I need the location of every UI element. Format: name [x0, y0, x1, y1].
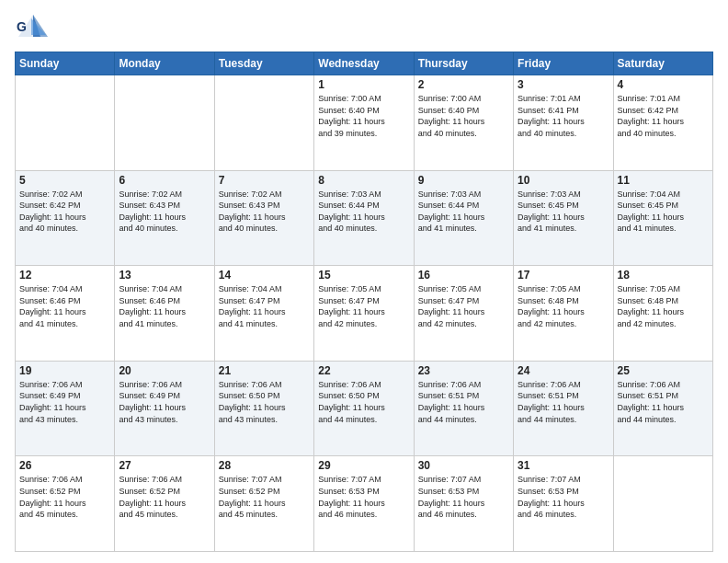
calendar-cell: 1Sunrise: 7:00 AM Sunset: 6:40 PM Daylig…: [314, 75, 414, 171]
calendar-week-2: 5Sunrise: 7:02 AM Sunset: 6:42 PM Daylig…: [16, 170, 713, 266]
calendar-cell: [16, 75, 115, 171]
calendar-cell: 18Sunrise: 7:05 AM Sunset: 6:48 PM Dayli…: [613, 266, 712, 362]
day-info: Sunrise: 7:03 AM Sunset: 6:45 PM Dayligh…: [518, 189, 609, 235]
calendar-cell: 17Sunrise: 7:05 AM Sunset: 6:48 PM Dayli…: [514, 266, 613, 362]
day-number: 26: [19, 459, 110, 472]
day-info: Sunrise: 7:04 AM Sunset: 6:47 PM Dayligh…: [219, 283, 310, 329]
day-number: 19: [19, 364, 110, 377]
day-info: Sunrise: 7:07 AM Sunset: 6:53 PM Dayligh…: [518, 474, 609, 520]
day-number: 29: [318, 459, 409, 472]
day-info: Sunrise: 7:06 AM Sunset: 6:51 PM Dayligh…: [418, 379, 509, 425]
day-number: 21: [219, 364, 310, 377]
calendar-cell: 22Sunrise: 7:06 AM Sunset: 6:50 PM Dayli…: [314, 361, 414, 456]
day-header-thursday: Thursday: [414, 52, 513, 75]
day-info: Sunrise: 7:07 AM Sunset: 6:53 PM Dayligh…: [418, 474, 509, 520]
calendar-cell: 12Sunrise: 7:04 AM Sunset: 6:46 PM Dayli…: [16, 266, 115, 362]
day-info: Sunrise: 7:01 AM Sunset: 6:41 PM Dayligh…: [518, 93, 609, 139]
calendar-cell: 20Sunrise: 7:06 AM Sunset: 6:49 PM Dayli…: [115, 361, 214, 456]
calendar-cell: 31Sunrise: 7:07 AM Sunset: 6:53 PM Dayli…: [514, 456, 613, 552]
calendar-cell: 15Sunrise: 7:05 AM Sunset: 6:47 PM Dayli…: [314, 266, 414, 362]
day-number: 14: [219, 269, 310, 282]
calendar-cell: 8Sunrise: 7:03 AM Sunset: 6:44 PM Daylig…: [314, 170, 414, 266]
day-info: Sunrise: 7:03 AM Sunset: 6:44 PM Dayligh…: [418, 189, 509, 235]
day-number: 16: [418, 269, 509, 282]
calendar-cell: 16Sunrise: 7:05 AM Sunset: 6:47 PM Dayli…: [414, 266, 513, 362]
calendar-week-1: 1Sunrise: 7:00 AM Sunset: 6:40 PM Daylig…: [16, 75, 713, 171]
day-number: 24: [518, 364, 609, 377]
day-number: 4: [618, 78, 709, 91]
logo-icon: G: [15, 11, 51, 44]
day-number: 15: [318, 269, 409, 282]
day-number: 31: [518, 459, 609, 472]
day-number: 20: [119, 364, 210, 377]
day-info: Sunrise: 7:02 AM Sunset: 6:43 PM Dayligh…: [119, 189, 210, 235]
day-info: Sunrise: 7:00 AM Sunset: 6:40 PM Dayligh…: [318, 93, 409, 139]
calendar-cell: 5Sunrise: 7:02 AM Sunset: 6:42 PM Daylig…: [16, 170, 115, 266]
day-number: 11: [618, 174, 709, 187]
day-header-friday: Friday: [514, 52, 613, 75]
day-info: Sunrise: 7:02 AM Sunset: 6:42 PM Dayligh…: [19, 189, 110, 235]
day-header-wednesday: Wednesday: [314, 52, 414, 75]
day-info: Sunrise: 7:06 AM Sunset: 6:52 PM Dayligh…: [19, 474, 110, 520]
day-info: Sunrise: 7:06 AM Sunset: 6:50 PM Dayligh…: [318, 379, 409, 425]
day-number: 2: [418, 78, 509, 91]
day-number: 18: [618, 269, 709, 282]
day-header-saturday: Saturday: [613, 52, 712, 75]
calendar-table: SundayMondayTuesdayWednesdayThursdayFrid…: [15, 52, 713, 552]
calendar-cell: 24Sunrise: 7:06 AM Sunset: 6:51 PM Dayli…: [514, 361, 613, 456]
day-number: 3: [518, 78, 609, 91]
day-number: 23: [418, 364, 509, 377]
calendar-cell: 25Sunrise: 7:06 AM Sunset: 6:51 PM Dayli…: [613, 361, 712, 456]
calendar-cell: 14Sunrise: 7:04 AM Sunset: 6:47 PM Dayli…: [214, 266, 313, 362]
day-info: Sunrise: 7:02 AM Sunset: 6:43 PM Dayligh…: [219, 189, 310, 235]
calendar-week-4: 19Sunrise: 7:06 AM Sunset: 6:49 PM Dayli…: [16, 361, 713, 456]
day-info: Sunrise: 7:05 AM Sunset: 6:47 PM Dayligh…: [418, 283, 509, 329]
calendar-cell: 13Sunrise: 7:04 AM Sunset: 6:46 PM Dayli…: [115, 266, 214, 362]
calendar-cell: 10Sunrise: 7:03 AM Sunset: 6:45 PM Dayli…: [514, 170, 613, 266]
day-number: 22: [318, 364, 409, 377]
calendar-cell: [115, 75, 214, 171]
day-number: 5: [19, 174, 110, 187]
calendar-week-5: 26Sunrise: 7:06 AM Sunset: 6:52 PM Dayli…: [16, 456, 713, 552]
day-info: Sunrise: 7:00 AM Sunset: 6:40 PM Dayligh…: [418, 93, 509, 139]
day-number: 10: [518, 174, 609, 187]
logo: G: [15, 11, 55, 44]
day-info: Sunrise: 7:03 AM Sunset: 6:44 PM Dayligh…: [318, 189, 409, 235]
day-info: Sunrise: 7:06 AM Sunset: 6:52 PM Dayligh…: [119, 474, 210, 520]
day-number: 13: [119, 269, 210, 282]
calendar-header-row: SundayMondayTuesdayWednesdayThursdayFrid…: [16, 52, 713, 75]
calendar-cell: 19Sunrise: 7:06 AM Sunset: 6:49 PM Dayli…: [16, 361, 115, 456]
calendar-cell: 2Sunrise: 7:00 AM Sunset: 6:40 PM Daylig…: [414, 75, 513, 171]
day-header-sunday: Sunday: [16, 52, 115, 75]
page: G SundayMondayTuesdayWednesdayThursdayFr…: [0, 0, 728, 563]
calendar-cell: 7Sunrise: 7:02 AM Sunset: 6:43 PM Daylig…: [214, 170, 313, 266]
calendar-cell: 27Sunrise: 7:06 AM Sunset: 6:52 PM Dayli…: [115, 456, 214, 552]
day-info: Sunrise: 7:04 AM Sunset: 6:45 PM Dayligh…: [618, 189, 709, 235]
day-info: Sunrise: 7:06 AM Sunset: 6:51 PM Dayligh…: [518, 379, 609, 425]
svg-text:G: G: [17, 19, 27, 34]
day-info: Sunrise: 7:05 AM Sunset: 6:47 PM Dayligh…: [318, 283, 409, 329]
calendar-cell: 6Sunrise: 7:02 AM Sunset: 6:43 PM Daylig…: [115, 170, 214, 266]
calendar-cell: 3Sunrise: 7:01 AM Sunset: 6:41 PM Daylig…: [514, 75, 613, 171]
calendar-cell: [214, 75, 313, 171]
calendar-cell: 11Sunrise: 7:04 AM Sunset: 6:45 PM Dayli…: [613, 170, 712, 266]
calendar-week-3: 12Sunrise: 7:04 AM Sunset: 6:46 PM Dayli…: [16, 266, 713, 362]
day-header-monday: Monday: [115, 52, 214, 75]
day-info: Sunrise: 7:05 AM Sunset: 6:48 PM Dayligh…: [518, 283, 609, 329]
day-number: 8: [318, 174, 409, 187]
calendar-cell: 21Sunrise: 7:06 AM Sunset: 6:50 PM Dayli…: [214, 361, 313, 456]
day-number: 30: [418, 459, 509, 472]
day-number: 6: [119, 174, 210, 187]
day-info: Sunrise: 7:06 AM Sunset: 6:49 PM Dayligh…: [119, 379, 210, 425]
day-number: 12: [19, 269, 110, 282]
day-info: Sunrise: 7:06 AM Sunset: 6:49 PM Dayligh…: [19, 379, 110, 425]
day-number: 28: [219, 459, 310, 472]
calendar-cell: 29Sunrise: 7:07 AM Sunset: 6:53 PM Dayli…: [314, 456, 414, 552]
calendar-cell: [613, 456, 712, 552]
day-info: Sunrise: 7:05 AM Sunset: 6:48 PM Dayligh…: [618, 283, 709, 329]
day-number: 25: [618, 364, 709, 377]
calendar-cell: 30Sunrise: 7:07 AM Sunset: 6:53 PM Dayli…: [414, 456, 513, 552]
calendar-cell: 4Sunrise: 7:01 AM Sunset: 6:42 PM Daylig…: [613, 75, 712, 171]
day-number: 7: [219, 174, 310, 187]
day-info: Sunrise: 7:07 AM Sunset: 6:52 PM Dayligh…: [219, 474, 310, 520]
